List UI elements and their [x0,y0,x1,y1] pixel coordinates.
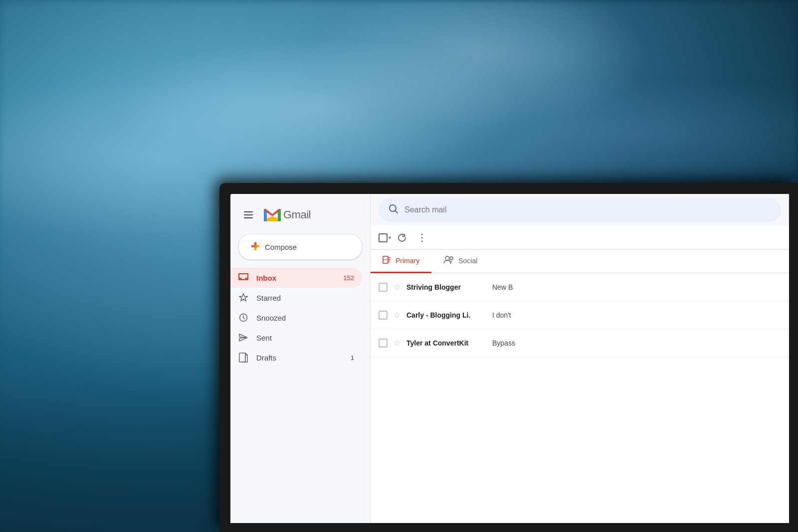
compose-button[interactable]: ✚ Compose [238,234,362,260]
social-tab-label: Social [458,257,477,265]
search-bar-container [371,194,789,226]
email-row[interactable]: ☆ Tyler at ConvertKit Bypass [371,329,789,357]
svg-rect-3 [239,274,248,280]
email-star-2[interactable]: ☆ [394,338,400,348]
hamburger-line-3 [244,217,253,218]
email-subject-0: New B [492,283,781,291]
svg-point-12 [450,257,453,260]
refresh-button[interactable] [393,229,411,247]
inbox-label: Inbox [256,274,335,282]
sidebar-item-inbox[interactable]: Inbox 152 [230,268,362,288]
main-content: ▾ [370,194,789,523]
compose-label: Compose [265,243,297,251]
email-sender-2: Tyler at ConvertKit [406,339,486,347]
svg-point-7 [421,233,423,235]
search-icon [389,204,399,216]
svg-point-11 [445,256,449,260]
sent-label: Sent [256,334,354,342]
snoozed-icon [238,313,248,323]
inbox-count: 152 [343,274,354,282]
inbox-icon [238,273,248,283]
email-checkbox-0[interactable] [379,283,388,292]
tabs-row: Primary Social [371,250,789,273]
email-star-1[interactable]: ☆ [394,310,400,320]
email-list: ☆ Striving Blogger New B ☆ Carly - Blogg… [371,273,789,523]
search-bar[interactable] [379,198,781,222]
tab-primary[interactable]: Primary [371,250,431,273]
gmail-header: Gmail [230,198,370,234]
email-row[interactable]: ☆ Carly - Blogging Li. I don't [371,301,789,329]
email-sender-1: Carly - Blogging Li. [406,311,486,319]
snoozed-label: Snoozed [256,314,354,322]
svg-point-8 [421,237,423,238]
email-row[interactable]: ☆ Striving Blogger New B [371,273,789,301]
email-checkbox-2[interactable] [379,339,388,348]
sidebar: Gmail ✚ Compose Inbox 152 [230,194,370,523]
svg-point-9 [421,240,423,242]
search-input[interactable] [404,205,771,214]
select-all-checkbox[interactable] [379,233,388,242]
checkbox-dropdown-arrow[interactable]: ▾ [389,235,391,240]
sent-icon [238,333,248,343]
more-options-button[interactable] [413,229,431,247]
email-checkbox-1[interactable] [379,311,388,320]
primary-tab-icon [383,256,392,266]
svg-rect-2 [278,210,281,221]
email-subject-2: Bypass [492,339,781,347]
gmail-m-icon [263,208,281,222]
social-tab-icon [443,256,454,266]
gmail-wordmark: Gmail [283,208,311,221]
star-icon [238,293,248,303]
compose-plus-icon: ✚ [251,241,260,252]
drafts-icon [238,353,248,362]
sidebar-item-sent[interactable]: Sent [230,328,362,348]
drafts-count: 1 [351,354,354,361]
toolbar: ▾ [371,226,789,250]
starred-label: Starred [256,294,354,302]
gmail-logo: Gmail [263,208,311,222]
sidebar-item-snoozed[interactable]: Snoozed [230,308,362,328]
hamburger-line-1 [244,211,253,212]
svg-rect-1 [264,210,267,221]
gmail-screen: Gmail ✚ Compose Inbox 152 [230,194,789,523]
hamburger-menu-button[interactable] [238,205,258,225]
email-sender-0: Striving Blogger [406,283,486,291]
select-all-control[interactable]: ▾ [379,233,391,242]
sidebar-item-drafts[interactable]: Drafts 1 [230,348,362,367]
laptop-bezel: Gmail ✚ Compose Inbox 152 [219,183,798,532]
tab-social[interactable]: Social [431,250,489,273]
hamburger-line-2 [244,214,253,215]
email-star-0[interactable]: ☆ [394,282,400,292]
primary-tab-label: Primary [396,257,419,265]
sidebar-item-starred[interactable]: Starred [230,288,362,308]
email-subject-1: I don't [492,311,781,319]
drafts-label: Drafts [256,354,343,362]
svg-rect-5 [239,353,245,362]
